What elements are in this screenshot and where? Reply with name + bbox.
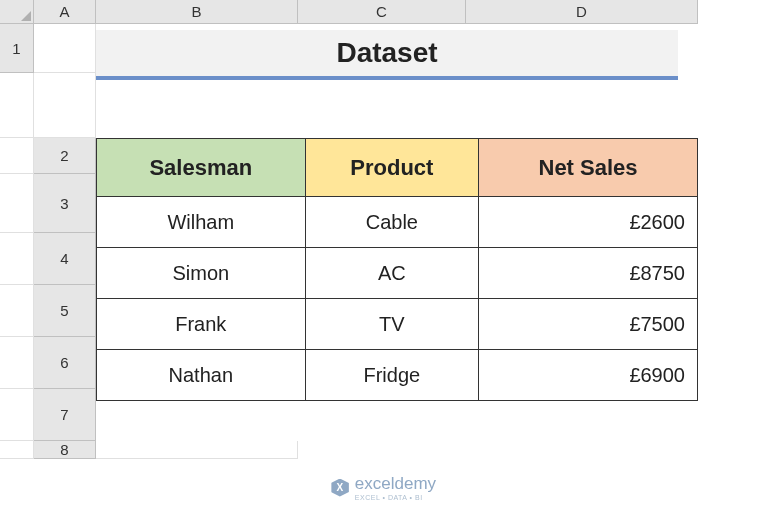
cell-salesman[interactable]: Nathan (97, 350, 306, 401)
cell-a4[interactable] (0, 285, 34, 337)
title-area: Dataset (96, 24, 698, 138)
table-row: Nathan Fridge £6900 (97, 350, 698, 401)
header-product[interactable]: Product (305, 139, 478, 197)
row-header-8[interactable]: 8 (34, 441, 96, 459)
cell-netsales[interactable]: £2600 (479, 197, 698, 248)
watermark-tagline: EXCEL • DATA • BI (355, 494, 436, 501)
row-header-1[interactable]: 1 (0, 24, 34, 73)
data-table: Salesman Product Net Sales Wilham Cable … (96, 138, 698, 441)
cell-product[interactable]: Cable (305, 197, 478, 248)
cell-a6[interactable] (0, 389, 34, 441)
row-header-7[interactable]: 7 (34, 389, 96, 441)
cell-a5[interactable] (0, 337, 34, 389)
row-header-2[interactable]: 2 (34, 138, 96, 174)
cell-b1[interactable] (0, 73, 34, 138)
row-header-5[interactable]: 5 (34, 285, 96, 337)
cell-a7[interactable] (0, 441, 34, 459)
cell-c1[interactable] (34, 73, 96, 138)
cell-salesman[interactable]: Frank (97, 299, 306, 350)
exceldemy-icon (331, 479, 349, 497)
watermark: exceldemy EXCEL • DATA • BI (331, 474, 436, 501)
table-row: Wilham Cable £2600 (97, 197, 698, 248)
cell-netsales[interactable]: £8750 (479, 248, 698, 299)
cell-product[interactable]: TV (305, 299, 478, 350)
row-header-6[interactable]: 6 (34, 337, 96, 389)
spreadsheet-grid: A B C D 1 2 Dataset 3 4 Salesman Product… (0, 0, 767, 459)
col-header-c[interactable]: C (298, 0, 466, 24)
cell-a1[interactable] (34, 24, 96, 73)
table-row: Simon AC £8750 (97, 248, 698, 299)
header-salesman[interactable]: Salesman (97, 139, 306, 197)
watermark-brand: exceldemy (355, 474, 436, 494)
cell-a8[interactable] (96, 441, 298, 459)
cell-netsales[interactable]: £6900 (479, 350, 698, 401)
row-header-4[interactable]: 4 (34, 233, 96, 285)
col-header-a[interactable]: A (34, 0, 96, 24)
cell-a2[interactable] (0, 174, 34, 233)
cell-d1[interactable] (0, 138, 34, 174)
cell-product[interactable]: Fridge (305, 350, 478, 401)
select-all-corner[interactable] (0, 0, 34, 24)
cell-netsales[interactable]: £7500 (479, 299, 698, 350)
cell-salesman[interactable]: Wilham (97, 197, 306, 248)
col-header-b[interactable]: B (96, 0, 298, 24)
col-header-d[interactable]: D (466, 0, 698, 24)
cell-salesman[interactable]: Simon (97, 248, 306, 299)
cell-product[interactable]: AC (305, 248, 478, 299)
table-row: Frank TV £7500 (97, 299, 698, 350)
cell-a3[interactable] (0, 233, 34, 285)
row-header-3[interactable]: 3 (34, 174, 96, 233)
dataset-title: Dataset (96, 30, 678, 80)
header-netsales[interactable]: Net Sales (479, 139, 698, 197)
table-header-row: Salesman Product Net Sales (97, 139, 698, 197)
